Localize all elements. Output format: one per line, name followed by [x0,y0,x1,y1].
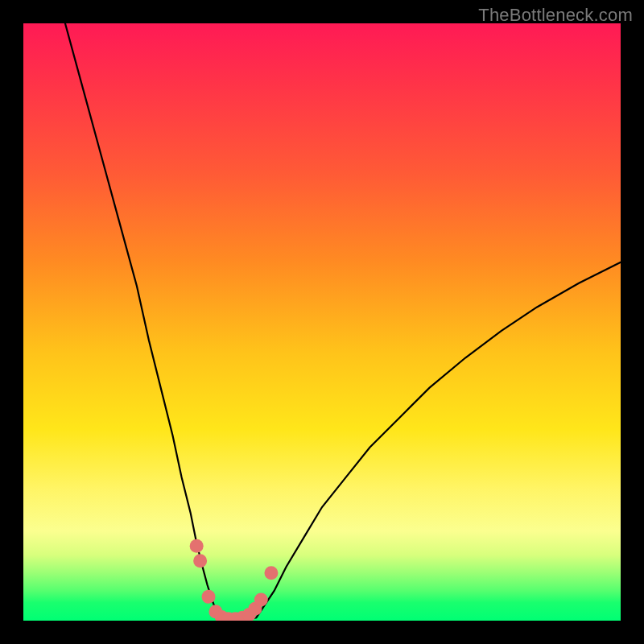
trough-marker [254,593,268,607]
trough-marker [202,590,216,604]
chart-frame: TheBottleneck.com [0,0,644,644]
watermark-text: TheBottleneck.com [478,5,633,26]
trough-marker [264,566,278,580]
trough-markers [190,539,279,621]
trough-marker [190,539,204,553]
curve-layer [23,23,621,621]
bottleneck-curve [65,23,621,620]
trough-marker [193,554,207,568]
plot-area [23,23,621,621]
